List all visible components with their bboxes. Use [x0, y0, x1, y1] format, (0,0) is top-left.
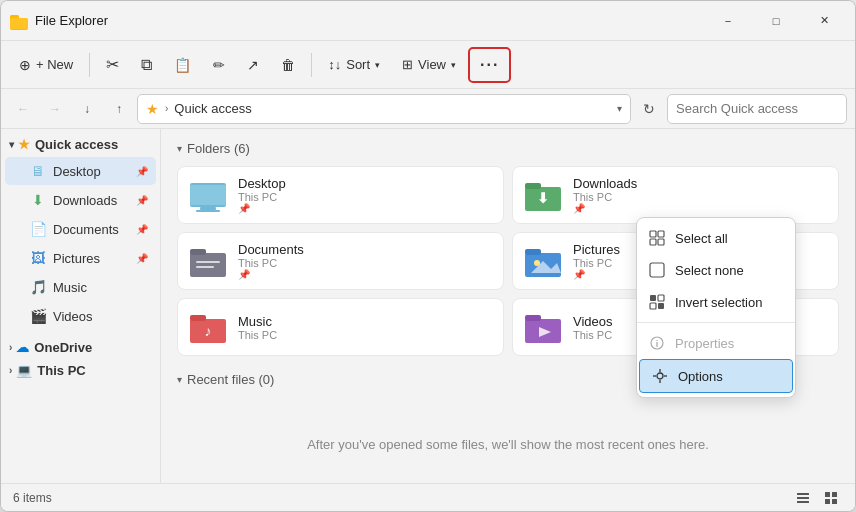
address-star-icon: ★	[146, 101, 159, 117]
up-button[interactable]: ↑	[105, 95, 133, 123]
address-bar-row: ← → ↓ ↑ ★ › Quick access ▾ ↻	[1, 89, 855, 129]
svg-rect-29	[650, 295, 656, 301]
svg-rect-31	[650, 303, 656, 309]
sidebar-item-pictures[interactable]: 🖼 Pictures 📌	[5, 244, 156, 272]
grid-view-button[interactable]	[819, 487, 843, 509]
folder-documents[interactable]: Documents This PC 📌	[177, 232, 504, 290]
svg-text:⬇: ⬇	[537, 190, 549, 206]
desktop-pin-icon: 📌	[136, 166, 148, 177]
svg-text:♪: ♪	[205, 323, 212, 339]
search-input[interactable]	[667, 94, 847, 124]
thispc-chevron-icon: ›	[9, 365, 12, 376]
svg-rect-25	[658, 231, 664, 237]
svg-rect-30	[658, 295, 664, 301]
recent-empty-message: After you've opened some files, we'll sh…	[177, 397, 839, 483]
list-view-icon	[796, 491, 810, 505]
sidebar-item-documents[interactable]: 📄 Documents 📌	[5, 215, 156, 243]
folders-section-header[interactable]: ▾ Folders (6)	[177, 141, 839, 156]
grid-view-icon	[824, 491, 838, 505]
thispc-header[interactable]: › 💻 This PC	[1, 359, 160, 382]
documents-icon: 📄	[29, 220, 47, 238]
svg-rect-10	[190, 253, 226, 277]
cut-icon: ✂	[106, 55, 119, 74]
copy-button[interactable]: ⧉	[131, 47, 162, 83]
new-button[interactable]: ⊕ + New	[9, 47, 83, 83]
view-icon: ⊞	[402, 57, 413, 72]
dropdown-invert-selection[interactable]: Invert selection	[637, 286, 795, 318]
list-view-button[interactable]	[791, 487, 815, 509]
folder-music[interactable]: ♪ Music This PC	[177, 298, 504, 356]
toolbar-separator-1	[89, 53, 90, 77]
refresh-button[interactable]: ↻	[635, 95, 663, 123]
downloads-pin-icon: 📌	[136, 195, 148, 206]
sidebar-item-downloads[interactable]: ⬇ Downloads 📌	[5, 186, 156, 214]
svg-rect-42	[797, 501, 809, 503]
share-button[interactable]: ↗	[237, 47, 269, 83]
delete-button[interactable]: 🗑	[271, 47, 305, 83]
folder-music-icon: ♪	[188, 307, 228, 347]
svg-rect-5	[200, 207, 216, 210]
view-toggle-buttons	[791, 487, 843, 509]
rename-button[interactable]: ✏	[203, 47, 235, 83]
select-none-icon	[649, 262, 665, 278]
dropdown-divider	[637, 322, 795, 323]
documents-pin-icon: 📌	[136, 224, 148, 235]
videos-icon: 🎬	[29, 307, 47, 325]
desktop-icon: 🖥	[29, 162, 47, 180]
options-icon	[652, 368, 668, 384]
minimize-button[interactable]: −	[705, 5, 751, 37]
svg-rect-26	[650, 239, 656, 245]
svg-rect-32	[658, 303, 664, 309]
quick-access-header[interactable]: ▾ ★ Quick access	[1, 133, 160, 156]
maximize-button[interactable]: □	[753, 5, 799, 37]
back-button[interactable]: ←	[9, 95, 37, 123]
close-button[interactable]: ✕	[801, 5, 847, 37]
toolbar-separator-2	[311, 53, 312, 77]
svg-point-35	[657, 373, 663, 379]
sort-chevron-icon: ▾	[375, 60, 380, 70]
sidebar-item-music[interactable]: 🎵 Music	[5, 273, 156, 301]
svg-rect-22	[525, 315, 541, 321]
sidebar-item-videos[interactable]: 🎬 Videos	[5, 302, 156, 330]
address-chevron-icon: ›	[165, 103, 168, 114]
recent-button[interactable]: ↓	[73, 95, 101, 123]
app-icon	[9, 11, 29, 31]
cut-button[interactable]: ✂	[96, 47, 129, 83]
dropdown-properties: i Properties	[637, 327, 795, 359]
svg-rect-41	[797, 497, 809, 499]
dropdown-select-all[interactable]: Select all	[637, 222, 795, 254]
more-button[interactable]: ···	[468, 47, 511, 83]
svg-rect-40	[797, 493, 809, 495]
folder-desktop-info: Desktop This PC 📌	[238, 176, 286, 214]
svg-rect-4	[190, 185, 226, 205]
svg-rect-15	[525, 249, 541, 255]
folder-desktop[interactable]: Desktop This PC 📌	[177, 166, 504, 224]
view-button[interactable]: ⊞ View ▾	[392, 47, 466, 83]
svg-rect-24	[650, 231, 656, 237]
content-area: ▾ Folders (6) Desktop	[161, 129, 855, 483]
svg-text:i: i	[656, 339, 659, 349]
new-icon: ⊕	[19, 57, 31, 73]
paste-button[interactable]: 📋	[164, 47, 201, 83]
sidebar-item-desktop[interactable]: 🖥 Desktop 📌	[5, 157, 156, 185]
file-explorer-window: File Explorer − □ ✕ ⊕ + New ✂ ⧉ 📋 ✏ ↗ 🗑	[0, 0, 856, 512]
downloads-folder-pin-icon: 📌	[573, 203, 637, 214]
address-bar[interactable]: ★ › Quick access ▾	[137, 94, 631, 124]
quick-access-chevron-icon: ▾	[9, 139, 14, 150]
folder-videos-info: Videos This PC	[573, 314, 613, 341]
sort-icon: ↕↓	[328, 57, 341, 72]
dropdown-options[interactable]: Options	[639, 359, 793, 393]
main-layout: ▾ ★ Quick access 🖥 Desktop 📌 ⬇ Downloads…	[1, 129, 855, 483]
sort-button[interactable]: ↕↓ Sort ▾	[318, 47, 390, 83]
dropdown-select-none[interactable]: Select none	[637, 254, 795, 286]
recent-chevron-icon: ▾	[177, 374, 182, 385]
select-all-icon	[649, 230, 665, 246]
onedrive-header[interactable]: › ☁ OneDrive	[1, 336, 160, 359]
svg-rect-13	[196, 266, 214, 268]
folder-downloads[interactable]: ⬇ Downloads This PC 📌	[512, 166, 839, 224]
pictures-folder-pin-icon: 📌	[573, 269, 620, 280]
paste-icon: 📋	[174, 57, 191, 73]
share-icon: ↗	[247, 57, 259, 73]
forward-button[interactable]: →	[41, 95, 69, 123]
sidebar: ▾ ★ Quick access 🖥 Desktop 📌 ⬇ Downloads…	[1, 129, 161, 483]
